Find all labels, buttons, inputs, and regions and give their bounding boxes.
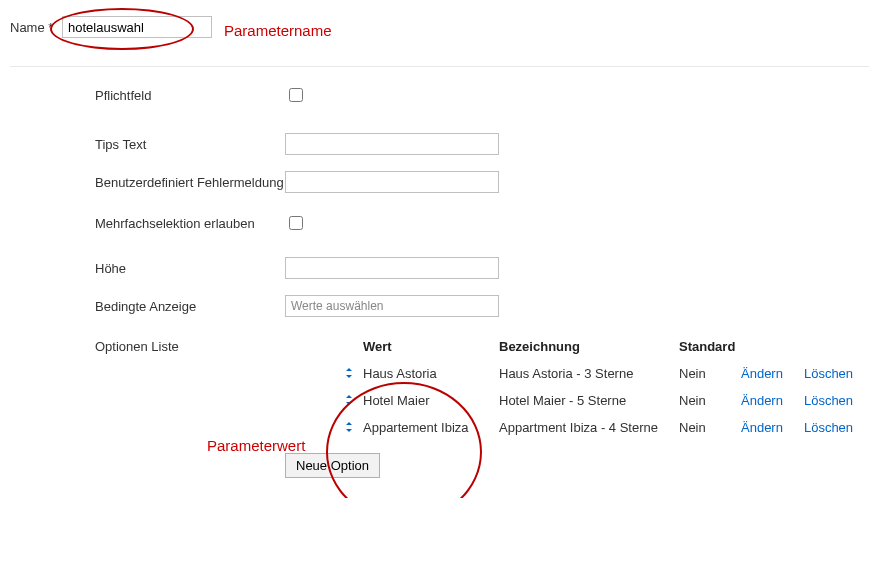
name-input[interactable] xyxy=(62,16,212,38)
drag-handle-icon[interactable] xyxy=(345,395,353,405)
edit-link[interactable]: Ändern xyxy=(741,366,793,381)
pflichtfeld-label: Pflichtfeld xyxy=(95,88,285,103)
custom-error-label: Benutzerdefiniert Fehlermeldung xyxy=(95,175,285,190)
delete-link[interactable]: Löschen xyxy=(804,420,863,435)
cell-bezeichnung: Haus Astoria - 3 Sterne xyxy=(499,360,679,387)
name-label: Name * xyxy=(10,20,62,35)
table-row: Hotel Maier Hotel Maier - 5 Sterne Nein … xyxy=(345,387,875,414)
multiselect-checkbox[interactable] xyxy=(289,216,303,230)
svg-marker-5 xyxy=(346,429,352,432)
pflichtfeld-checkbox[interactable] xyxy=(289,88,303,102)
conditional-placeholder: Werte auswählen xyxy=(291,299,384,313)
delete-link[interactable]: Löschen xyxy=(804,366,863,381)
table-row: Haus Astoria Haus Astoria - 3 Sterne Nei… xyxy=(345,360,875,387)
cell-wert: Haus Astoria xyxy=(363,360,499,387)
edit-link[interactable]: Ändern xyxy=(741,420,793,435)
multiselect-label: Mehrfachselektion erlauben xyxy=(95,216,285,231)
cell-standard: Nein xyxy=(679,414,741,441)
table-row: Appartement Ibiza Appartment Ibiza - 4 S… xyxy=(345,414,875,441)
svg-marker-2 xyxy=(346,395,352,398)
cell-wert: Appartement Ibiza xyxy=(363,414,499,441)
cell-standard: Nein xyxy=(679,360,741,387)
svg-marker-0 xyxy=(346,368,352,371)
col-header-wert: Wert xyxy=(363,333,499,360)
new-option-button[interactable]: Neue Option xyxy=(285,453,380,478)
delete-link[interactable]: Löschen xyxy=(804,393,863,408)
cell-bezeichnung: Appartment Ibiza - 4 Sterne xyxy=(499,414,679,441)
conditional-select[interactable]: Werte auswählen xyxy=(285,295,499,317)
custom-error-input[interactable] xyxy=(285,171,499,193)
svg-marker-4 xyxy=(346,422,352,425)
edit-link[interactable]: Ändern xyxy=(741,393,793,408)
options-table: Wert Bezeichnung Standard Haus xyxy=(345,333,875,441)
col-header-standard: Standard xyxy=(679,333,741,360)
tips-text-input[interactable] xyxy=(285,133,499,155)
svg-marker-3 xyxy=(346,402,352,405)
svg-marker-1 xyxy=(346,375,352,378)
height-label: Höhe xyxy=(95,261,285,276)
drag-handle-icon[interactable] xyxy=(345,422,353,432)
height-input[interactable] xyxy=(285,257,499,279)
col-header-bezeichnung: Bezeichnung xyxy=(499,333,679,360)
drag-handle-icon[interactable] xyxy=(345,368,353,378)
cell-wert: Hotel Maier xyxy=(363,387,499,414)
cell-standard: Nein xyxy=(679,387,741,414)
options-list-label: Optionen Liste xyxy=(95,333,285,354)
separator xyxy=(10,66,869,67)
cell-bezeichnung: Hotel Maier - 5 Sterne xyxy=(499,387,679,414)
tips-text-label: Tips Text xyxy=(95,137,285,152)
conditional-label: Bedingte Anzeige xyxy=(95,299,285,314)
